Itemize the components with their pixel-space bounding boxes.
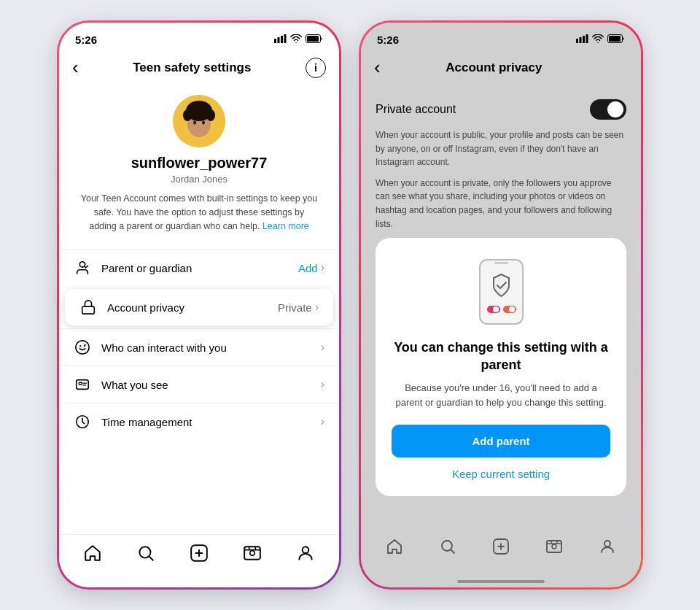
right-nav-search[interactable] bbox=[439, 538, 456, 560]
interact-icon bbox=[74, 339, 91, 356]
modal-title: You can change this setting with a paren… bbox=[392, 339, 610, 374]
svg-rect-36 bbox=[609, 36, 621, 42]
right-status-bar: 5:26 bbox=[361, 23, 641, 50]
home-indicator bbox=[457, 580, 545, 583]
left-status-icons bbox=[274, 33, 323, 46]
svg-rect-3 bbox=[284, 34, 287, 43]
profile-section: sunflower_power77 Jordan Jones Your Teen… bbox=[59, 88, 339, 243]
right-signal-icon bbox=[576, 33, 588, 46]
svg-rect-34 bbox=[586, 34, 588, 43]
person-icon bbox=[74, 259, 91, 277]
time-label: Time management bbox=[101, 416, 321, 428]
svg-rect-22 bbox=[79, 383, 82, 385]
back-button-left[interactable]: ‹ bbox=[72, 56, 79, 79]
wifi-icon bbox=[290, 33, 302, 46]
left-header: ‹ Teen safety settings i bbox=[59, 50, 339, 88]
nav-home[interactable] bbox=[83, 544, 102, 567]
parent-guardian-value: Add bbox=[298, 262, 318, 274]
phone-shield-svg bbox=[474, 258, 529, 328]
privacy-chevron: › bbox=[315, 301, 319, 314]
svg-point-46 bbox=[552, 544, 556, 549]
left-header-title: Teen safety settings bbox=[133, 61, 251, 75]
learn-more-link[interactable]: Learn more bbox=[262, 221, 309, 231]
settings-list: Parent or guardian Add › Account privac bbox=[59, 249, 339, 534]
svg-rect-33 bbox=[583, 36, 585, 43]
svg-rect-21 bbox=[77, 380, 89, 390]
svg-rect-17 bbox=[82, 306, 95, 314]
left-screen: 5:26 bbox=[59, 23, 339, 587]
right-content: Private account When your account is pub… bbox=[361, 88, 641, 530]
avatar bbox=[173, 95, 225, 147]
modal-phone-illustration bbox=[474, 258, 529, 328]
svg-point-14 bbox=[202, 121, 205, 125]
svg-point-30 bbox=[302, 547, 308, 553]
private-account-row: Private account bbox=[376, 88, 626, 128]
svg-rect-2 bbox=[281, 36, 283, 43]
svg-point-42 bbox=[509, 306, 515, 312]
right-time: 5:26 bbox=[377, 34, 399, 46]
right-header: ‹ Account privacy bbox=[361, 50, 641, 88]
lock-icon bbox=[79, 298, 97, 316]
interact-chevron: › bbox=[321, 341, 324, 354]
svg-point-13 bbox=[193, 121, 196, 125]
parent-chevron: › bbox=[321, 261, 324, 274]
nav-search[interactable] bbox=[136, 544, 155, 567]
modal-card: You can change this setting with a paren… bbox=[376, 238, 626, 496]
avatar-image bbox=[173, 95, 225, 147]
private-account-toggle[interactable] bbox=[590, 99, 626, 120]
back-button-right[interactable]: ‹ bbox=[374, 56, 381, 79]
settings-item-see[interactable]: What you see › bbox=[59, 366, 339, 403]
right-nav-home[interactable] bbox=[386, 538, 403, 560]
right-phone: 5:26 bbox=[359, 20, 643, 590]
keep-current-button[interactable]: Keep current setting bbox=[452, 468, 550, 480]
svg-rect-31 bbox=[576, 39, 578, 43]
nav-reels[interactable] bbox=[243, 544, 262, 567]
nav-profile[interactable] bbox=[296, 544, 315, 567]
teen-description: Your Teen Account comes with built-in se… bbox=[59, 192, 339, 233]
svg-rect-1 bbox=[278, 37, 280, 43]
svg-point-12 bbox=[200, 103, 210, 112]
username: sunflower_power77 bbox=[131, 155, 268, 171]
svg-point-29 bbox=[250, 551, 255, 556]
svg-rect-0 bbox=[274, 39, 276, 43]
svg-rect-32 bbox=[580, 37, 582, 43]
svg-point-11 bbox=[188, 103, 198, 112]
realname: Jordan Jones bbox=[171, 174, 228, 185]
add-parent-button[interactable]: Add parent bbox=[392, 425, 610, 458]
svg-point-9 bbox=[183, 109, 192, 121]
settings-item-parent[interactable]: Parent or guardian Add › bbox=[59, 249, 339, 286]
privacy-desc-1: When your account is public, your profil… bbox=[376, 128, 626, 169]
toggle-knob bbox=[607, 101, 623, 117]
svg-point-18 bbox=[76, 341, 89, 354]
right-battery-icon bbox=[607, 33, 625, 46]
clock-icon bbox=[74, 413, 91, 431]
svg-rect-28 bbox=[244, 547, 260, 559]
svg-rect-38 bbox=[494, 262, 508, 264]
left-time: 5:26 bbox=[75, 34, 97, 46]
right-screen: 5:26 bbox=[361, 23, 641, 587]
account-privacy-label: Account privacy bbox=[107, 301, 278, 314]
right-nav-add[interactable] bbox=[492, 538, 510, 560]
eye-icon bbox=[74, 376, 91, 393]
nav-add[interactable] bbox=[190, 544, 209, 567]
right-header-title: Account privacy bbox=[446, 61, 542, 75]
svg-point-10 bbox=[206, 109, 215, 121]
settings-item-privacy[interactable]: Account privacy Private › bbox=[65, 289, 333, 325]
svg-point-40 bbox=[493, 306, 499, 312]
see-chevron: › bbox=[321, 378, 324, 391]
left-bottom-nav bbox=[59, 534, 339, 587]
right-wifi-icon bbox=[592, 33, 604, 46]
time-chevron: › bbox=[321, 415, 324, 428]
parent-guardian-label: Parent or guardian bbox=[101, 262, 298, 274]
info-button[interactable]: i bbox=[306, 58, 326, 78]
privacy-desc-2: When your account is private, only the f… bbox=[376, 177, 626, 231]
settings-item-time[interactable]: Time management › bbox=[59, 403, 339, 440]
settings-item-interact[interactable]: Who can interact with you › bbox=[59, 328, 339, 366]
right-nav-reels[interactable] bbox=[545, 538, 563, 560]
left-phone: 5:26 bbox=[57, 20, 341, 590]
right-nav-profile[interactable] bbox=[599, 538, 616, 560]
right-bottom-nav bbox=[361, 530, 641, 580]
left-status-bar: 5:26 bbox=[59, 23, 339, 50]
right-status-icons bbox=[576, 33, 625, 46]
modal-description: Because you're under 16, you'll need to … bbox=[392, 381, 610, 410]
